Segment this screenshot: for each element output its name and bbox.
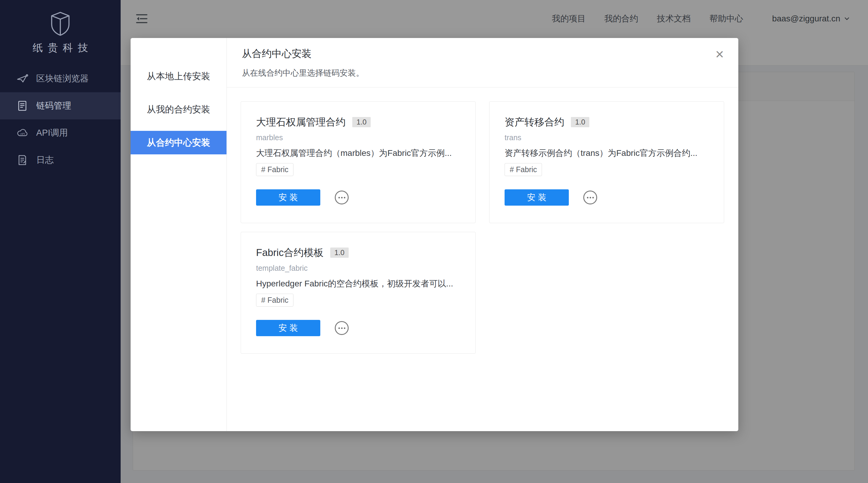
log-icon bbox=[16, 154, 28, 166]
contract-description: Hyperledger Fabric的空合约模板，初级开发者可以... bbox=[256, 279, 460, 289]
svg-text:API: API bbox=[20, 132, 25, 135]
modal-tab-panel: 从本地上传安装 从我的合约安装 从合约中心安装 bbox=[131, 38, 227, 431]
modal-title: 从合约中心安装 bbox=[242, 38, 738, 60]
contract-card-marbles: 大理石权属管理合约 1.0 marbles 大理石权属管理合约（marbles）… bbox=[241, 101, 476, 223]
contract-description: 大理石权属管理合约（marbles）为Fabric官方示例... bbox=[256, 148, 460, 158]
contract-card-title-row: 大理石权属管理合约 1.0 bbox=[256, 116, 460, 128]
install-button[interactable]: 安 装 bbox=[256, 189, 320, 205]
modal-header: 从合约中心安装 从在线合约中心里选择链码安装。 × bbox=[227, 38, 738, 88]
contract-card-actions: 安 装 bbox=[256, 320, 460, 336]
ellipsis-icon bbox=[587, 197, 588, 198]
more-options-button[interactable] bbox=[335, 321, 349, 335]
contract-tag: # Fabric bbox=[504, 163, 542, 176]
contract-tag: # Fabric bbox=[256, 163, 293, 176]
sidebar-item-label: 区块链浏览器 bbox=[36, 73, 89, 85]
contract-card-actions: 安 装 bbox=[504, 189, 709, 205]
modal-close-button[interactable]: × bbox=[713, 44, 726, 64]
sidebar-item-logs[interactable]: 日志 bbox=[0, 147, 121, 174]
sidebar-item-chaincode[interactable]: 链码管理 bbox=[0, 92, 121, 119]
install-button[interactable]: 安 装 bbox=[256, 320, 320, 336]
version-badge: 1.0 bbox=[571, 117, 589, 127]
contract-card-grid: 大理石权属管理合约 1.0 marbles 大理石权属管理合约（marbles）… bbox=[227, 88, 738, 367]
contract-title: Fabric合约模板 bbox=[256, 247, 323, 259]
contract-tag: # Fabric bbox=[256, 294, 293, 307]
sidebar-item-api[interactable]: API API调用 bbox=[0, 119, 121, 147]
sidebar-item-label: 链码管理 bbox=[36, 100, 71, 112]
chaincode-icon bbox=[16, 100, 28, 112]
ellipsis-icon bbox=[338, 327, 340, 329]
contract-card-actions: 安 装 bbox=[256, 189, 460, 205]
contract-title: 资产转移合约 bbox=[504, 116, 564, 128]
brand: 纸贵科技 bbox=[0, 0, 121, 54]
modal-subtitle: 从在线合约中心里选择链码安装。 bbox=[242, 68, 738, 78]
more-options-button[interactable] bbox=[335, 191, 349, 204]
contract-description: 资产转移示例合约（trans）为Fabric官方示例合约... bbox=[504, 148, 709, 158]
version-badge: 1.0 bbox=[330, 248, 349, 258]
version-badge: 1.0 bbox=[352, 117, 371, 127]
tab-install-from-my-contracts[interactable]: 从我的合约安装 bbox=[131, 98, 226, 121]
sidebar-item-label: 日志 bbox=[36, 154, 54, 166]
sidebar-item-blockchain-explorer[interactable]: 区块链浏览器 bbox=[0, 65, 121, 92]
modal-content-column: 从合约中心安装 从在线合约中心里选择链码安装。 × 大理石权属管理合约 1.0 … bbox=[227, 38, 738, 431]
contract-id: template_fabric bbox=[256, 263, 460, 272]
install-chaincode-modal: 从本地上传安装 从我的合约安装 从合约中心安装 从合约中心安装 从在线合约中心里… bbox=[131, 38, 738, 431]
more-options-button[interactable] bbox=[583, 191, 597, 204]
contract-card-title-row: Fabric合约模板 1.0 bbox=[256, 247, 460, 259]
contract-card-title-row: 资产转移合约 1.0 bbox=[504, 116, 709, 128]
tab-install-from-contract-center[interactable]: 从合约中心安装 bbox=[131, 131, 226, 154]
sidebar-menu: 区块链浏览器 链码管理 API API调用 bbox=[0, 65, 121, 174]
install-button[interactable]: 安 装 bbox=[504, 189, 569, 205]
contract-id: trans bbox=[504, 133, 709, 142]
contract-card-template-fabric: Fabric合约模板 1.0 template_fabric Hyperledg… bbox=[241, 232, 476, 354]
contract-card-trans: 资产转移合约 1.0 trans 资产转移示例合约（trans）为Fabric官… bbox=[489, 101, 724, 223]
sidebar: 纸贵科技 区块链浏览器 链码管理 API bbox=[0, 0, 121, 483]
ellipsis-icon bbox=[338, 197, 340, 198]
contract-id: marbles bbox=[256, 133, 460, 142]
blockchain-explorer-icon bbox=[16, 73, 28, 85]
tab-install-from-local-upload[interactable]: 从本地上传安装 bbox=[131, 65, 226, 88]
sidebar-item-label: API调用 bbox=[36, 127, 68, 139]
contract-title: 大理石权属管理合约 bbox=[256, 116, 346, 128]
app-root: 纸贵科技 区块链浏览器 链码管理 API bbox=[0, 0, 868, 483]
brand-logo-icon bbox=[49, 11, 72, 37]
api-cloud-icon: API bbox=[16, 127, 28, 139]
brand-name: 纸贵科技 bbox=[0, 42, 121, 54]
